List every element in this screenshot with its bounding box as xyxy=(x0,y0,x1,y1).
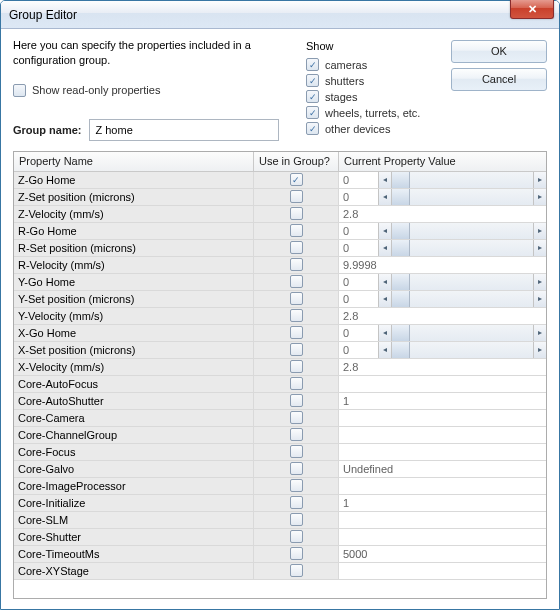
col-property-name[interactable]: Property Name xyxy=(14,152,254,171)
value-slider[interactable]: 0◂▸ xyxy=(339,172,546,188)
slider-value[interactable]: 0 xyxy=(339,342,379,358)
use-in-group-checkbox[interactable] xyxy=(290,513,303,526)
value-slider[interactable]: 0◂▸ xyxy=(339,240,546,256)
value-slider[interactable]: 0◂▸ xyxy=(339,189,546,205)
slider-left-arrow-icon[interactable]: ◂ xyxy=(379,172,392,188)
slider-value[interactable]: 0 xyxy=(339,274,379,290)
cell-current-value[interactable]: 0◂▸ xyxy=(339,325,546,341)
slider-track[interactable] xyxy=(392,172,533,188)
close-button[interactable]: ✕ xyxy=(510,0,554,19)
use-in-group-checkbox[interactable] xyxy=(290,462,303,475)
use-in-group-checkbox[interactable] xyxy=(290,207,303,220)
use-in-group-checkbox[interactable] xyxy=(290,241,303,254)
slider-right-arrow-icon[interactable]: ▸ xyxy=(533,189,546,205)
slider-track[interactable] xyxy=(392,274,533,290)
value-slider[interactable]: 0◂▸ xyxy=(339,342,546,358)
cell-current-value[interactable] xyxy=(339,410,546,426)
cell-current-value[interactable] xyxy=(339,512,546,528)
cell-current-value[interactable]: 0◂▸ xyxy=(339,274,546,290)
cell-current-value[interactable]: 0◂▸ xyxy=(339,342,546,358)
slider-thumb[interactable] xyxy=(392,291,410,307)
value-slider[interactable]: 0◂▸ xyxy=(339,274,546,290)
slider-left-arrow-icon[interactable]: ◂ xyxy=(379,240,392,256)
use-in-group-checkbox[interactable] xyxy=(290,530,303,543)
cell-current-value[interactable] xyxy=(339,563,546,579)
value-slider[interactable]: 0◂▸ xyxy=(339,325,546,341)
show-filter-checkbox[interactable]: ✓ xyxy=(306,106,319,119)
use-in-group-checkbox[interactable] xyxy=(290,190,303,203)
slider-right-arrow-icon[interactable]: ▸ xyxy=(533,291,546,307)
use-in-group-checkbox[interactable]: ✓ xyxy=(290,173,303,186)
slider-value[interactable]: 0 xyxy=(339,325,379,341)
slider-right-arrow-icon[interactable]: ▸ xyxy=(533,325,546,341)
cell-current-value[interactable]: 0◂▸ xyxy=(339,223,546,239)
value-slider[interactable]: 0◂▸ xyxy=(339,291,546,307)
use-in-group-checkbox[interactable] xyxy=(290,547,303,560)
slider-value[interactable]: 0 xyxy=(339,240,379,256)
use-in-group-checkbox[interactable] xyxy=(290,445,303,458)
slider-right-arrow-icon[interactable]: ▸ xyxy=(533,274,546,290)
slider-value[interactable]: 0 xyxy=(339,189,379,205)
use-in-group-checkbox[interactable] xyxy=(290,360,303,373)
slider-left-arrow-icon[interactable]: ◂ xyxy=(379,325,392,341)
cell-current-value[interactable]: 2.8 xyxy=(339,308,546,324)
slider-thumb[interactable] xyxy=(392,274,410,290)
cell-current-value[interactable]: Undefined xyxy=(339,461,546,477)
cell-current-value[interactable]: 0◂▸ xyxy=(339,240,546,256)
value-slider[interactable]: 0◂▸ xyxy=(339,223,546,239)
slider-thumb[interactable] xyxy=(392,189,410,205)
cell-current-value[interactable] xyxy=(339,478,546,494)
slider-track[interactable] xyxy=(392,240,533,256)
slider-thumb[interactable] xyxy=(392,240,410,256)
cell-current-value[interactable]: 1 xyxy=(339,495,546,511)
cell-current-value[interactable] xyxy=(339,444,546,460)
use-in-group-checkbox[interactable] xyxy=(290,564,303,577)
slider-left-arrow-icon[interactable]: ◂ xyxy=(379,291,392,307)
use-in-group-checkbox[interactable] xyxy=(290,275,303,288)
cell-current-value[interactable]: 0◂▸ xyxy=(339,172,546,188)
use-in-group-checkbox[interactable] xyxy=(290,258,303,271)
group-name-input[interactable] xyxy=(89,119,279,141)
slider-thumb[interactable] xyxy=(392,172,410,188)
ok-button[interactable]: OK xyxy=(451,40,547,63)
slider-track[interactable] xyxy=(392,223,533,239)
use-in-group-checkbox[interactable] xyxy=(290,292,303,305)
slider-left-arrow-icon[interactable]: ◂ xyxy=(379,274,392,290)
slider-thumb[interactable] xyxy=(392,325,410,341)
use-in-group-checkbox[interactable] xyxy=(290,343,303,356)
cancel-button[interactable]: Cancel xyxy=(451,68,547,91)
use-in-group-checkbox[interactable] xyxy=(290,411,303,424)
use-in-group-checkbox[interactable] xyxy=(290,479,303,492)
show-readonly-checkbox[interactable] xyxy=(13,84,26,97)
cell-current-value[interactable]: 2.8 xyxy=(339,206,546,222)
cell-current-value[interactable] xyxy=(339,427,546,443)
slider-left-arrow-icon[interactable]: ◂ xyxy=(379,189,392,205)
slider-value[interactable]: 0 xyxy=(339,223,379,239)
show-filter-checkbox[interactable]: ✓ xyxy=(306,74,319,87)
slider-value[interactable]: 0 xyxy=(339,291,379,307)
slider-track[interactable] xyxy=(392,342,533,358)
use-in-group-checkbox[interactable] xyxy=(290,428,303,441)
slider-thumb[interactable] xyxy=(392,223,410,239)
slider-right-arrow-icon[interactable]: ▸ xyxy=(533,223,546,239)
cell-current-value[interactable]: 0◂▸ xyxy=(339,189,546,205)
use-in-group-checkbox[interactable] xyxy=(290,377,303,390)
slider-left-arrow-icon[interactable]: ◂ xyxy=(379,342,392,358)
use-in-group-checkbox[interactable] xyxy=(290,496,303,509)
show-filter-checkbox[interactable]: ✓ xyxy=(306,90,319,103)
cell-current-value[interactable]: 1 xyxy=(339,393,546,409)
use-in-group-checkbox[interactable] xyxy=(290,309,303,322)
cell-current-value[interactable] xyxy=(339,376,546,392)
slider-track[interactable] xyxy=(392,189,533,205)
show-filter-checkbox[interactable]: ✓ xyxy=(306,58,319,71)
slider-track[interactable] xyxy=(392,325,533,341)
slider-right-arrow-icon[interactable]: ▸ xyxy=(533,342,546,358)
col-use-in-group[interactable]: Use in Group? xyxy=(254,152,339,171)
slider-left-arrow-icon[interactable]: ◂ xyxy=(379,223,392,239)
slider-right-arrow-icon[interactable]: ▸ xyxy=(533,172,546,188)
cell-current-value[interactable]: 5000 xyxy=(339,546,546,562)
col-current-value[interactable]: Current Property Value xyxy=(339,152,546,171)
show-filter-checkbox[interactable]: ✓ xyxy=(306,122,319,135)
cell-current-value[interactable] xyxy=(339,529,546,545)
slider-track[interactable] xyxy=(392,291,533,307)
